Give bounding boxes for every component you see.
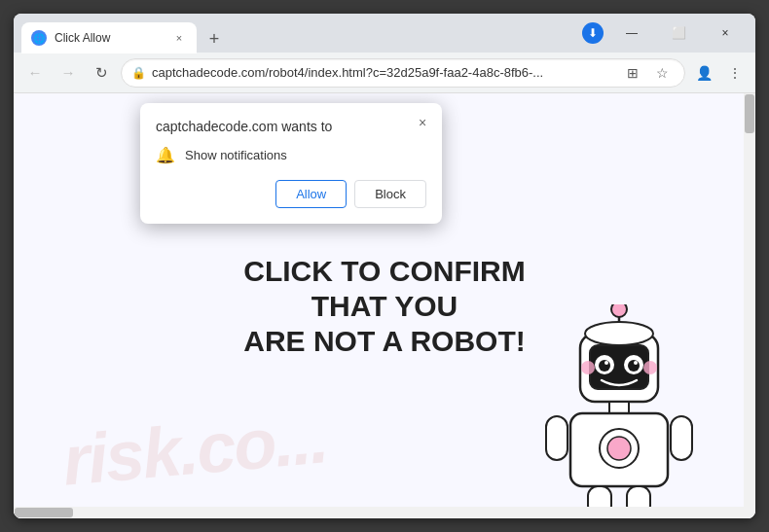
reload-button[interactable]: ↻	[88, 59, 115, 87]
svg-rect-11	[609, 402, 629, 413]
notification-popup: × captchadecode.com wants to 🔔 Show noti…	[140, 103, 442, 224]
download-icon: ⬇	[582, 22, 604, 44]
page-content: CLICK TO CONFIRMTHAT YOU ARE NOT A ROBOT…	[14, 93, 755, 518]
popup-close-button[interactable]: ×	[413, 113, 432, 132]
svg-point-15	[581, 361, 595, 374]
horizontal-scrollbar[interactable]	[14, 507, 744, 518]
title-bar: 🌐 Click Allow × + ⬇ — ⬜ ×	[14, 14, 755, 53]
active-tab[interactable]: 🌐 Click Allow ×	[21, 22, 197, 53]
svg-rect-18	[671, 416, 692, 460]
tab-area: 🌐 Click Allow × +	[21, 14, 576, 53]
svg-point-3	[585, 322, 653, 345]
watermark-text: risk.co...	[59, 398, 330, 500]
bell-icon: 🔔	[156, 146, 175, 164]
main-content-area: CLICK TO CONFIRMTHAT YOU ARE NOT A ROBOT…	[224, 234, 544, 378]
allow-button[interactable]: Allow	[275, 180, 347, 208]
forward-button[interactable]: →	[55, 59, 82, 87]
menu-button[interactable]: ⋮	[722, 60, 748, 86]
block-button[interactable]: Block	[354, 180, 426, 208]
browser-window: 🌐 Click Allow × + ⬇ — ⬜ × ←	[14, 14, 755, 518]
address-bar-icons: ⊞ ☆	[620, 60, 675, 86]
tab-close-button[interactable]: ×	[171, 30, 187, 46]
window-controls: — ⬜ ×	[609, 18, 748, 49]
svg-point-8	[628, 360, 640, 372]
maximize-button[interactable]: ⬜	[656, 18, 701, 49]
tab-title: Click Allow	[55, 31, 164, 45]
svg-rect-17	[546, 416, 568, 460]
close-button[interactable]: ×	[703, 18, 748, 49]
scrollbar-thumb-v[interactable]	[745, 94, 754, 133]
vertical-scrollbar[interactable]	[744, 93, 755, 518]
svg-point-7	[599, 360, 610, 372]
robot-illustration	[541, 304, 697, 518]
popup-permission-row: 🔔 Show notifications	[156, 146, 426, 164]
address-bar[interactable]: 🔒 captchadecode.com/robot4/index.html?c=…	[121, 58, 685, 88]
minimize-button[interactable]: —	[609, 18, 654, 49]
lock-icon: 🔒	[131, 66, 146, 80]
svg-point-9	[604, 361, 608, 365]
url-text: captchadecode.com/robot4/index.html?c=32…	[152, 65, 614, 80]
back-button[interactable]: ←	[21, 59, 49, 87]
nav-bar: ← → ↻ 🔒 captchadecode.com/robot4/index.h…	[14, 53, 755, 93]
bookmark-icon[interactable]: ☆	[649, 60, 675, 86]
svg-point-16	[643, 361, 657, 374]
robot-text: ARE NOT A ROBOT!	[243, 325, 525, 357]
svg-point-14	[607, 437, 631, 460]
popup-title: captchadecode.com wants to	[156, 119, 426, 134]
scrollbar-thumb-h[interactable]	[15, 508, 73, 517]
svg-point-10	[634, 361, 638, 365]
titlebar-extras: ⬇	[582, 22, 604, 44]
main-heading: CLICK TO CONFIRMTHAT YOU ARE NOT A ROBOT…	[243, 254, 525, 359]
svg-point-1	[611, 304, 627, 317]
translate-icon[interactable]: ⊞	[620, 60, 645, 86]
permission-text: Show notifications	[185, 148, 287, 162]
popup-buttons: Allow Block	[156, 180, 426, 208]
profile-button[interactable]: 👤	[691, 60, 716, 86]
tab-favicon: 🌐	[31, 30, 47, 46]
new-tab-button[interactable]: +	[201, 25, 228, 53]
